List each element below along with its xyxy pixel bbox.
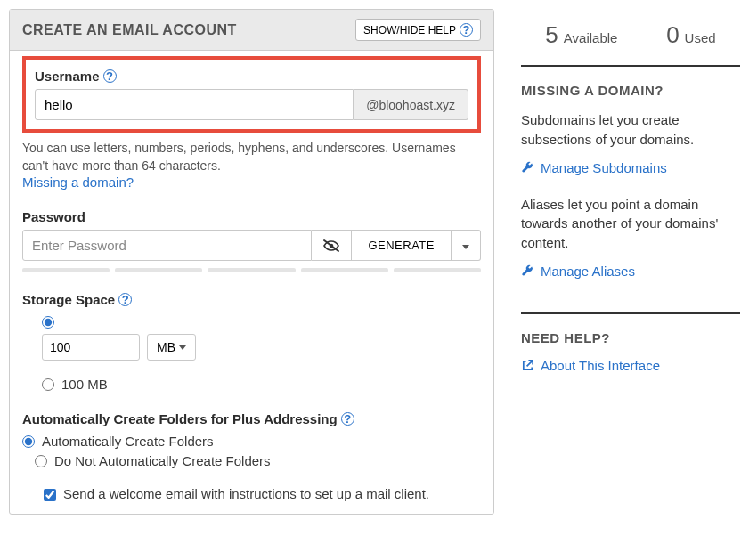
eye-slash-icon <box>322 239 340 253</box>
username-input-group: @bloohoast.xyz <box>35 89 468 120</box>
info-icon[interactable]: ? <box>118 293 132 306</box>
strength-bar <box>301 268 388 272</box>
storage-fixed-radio[interactable] <box>42 378 54 391</box>
panel-body: Username ? @bloohoast.xyz You can use le… <box>10 56 493 514</box>
folder-auto-label: Automatically Create Folders <box>42 434 214 449</box>
chevron-down-icon <box>462 245 469 249</box>
need-help-heading: NEED HELP? <box>521 330 740 345</box>
folder-noauto-label: Do Not Automatically Create Folders <box>54 453 271 468</box>
about-interface-label: About This Interface <box>541 358 660 373</box>
strength-bar <box>22 268 110 272</box>
storage-label: Storage Space <box>22 292 115 307</box>
help-button-label: SHOW/HIDE HELP <box>363 24 456 37</box>
missing-domain-section: MISSING A DOMAIN? Subdomains let you cre… <box>521 67 740 314</box>
available-count: 5 <box>545 21 558 49</box>
welcome-email-checkbox[interactable] <box>44 489 56 501</box>
about-interface-link[interactable]: About This Interface <box>521 358 660 373</box>
username-help-text: You can use letters, numbers, periods, h… <box>22 140 481 174</box>
storage-unit-select[interactable]: MB <box>147 334 196 361</box>
folder-auto-radio[interactable] <box>22 435 35 448</box>
generate-password-button[interactable]: GENERATE <box>352 230 452 261</box>
strength-bar <box>208 268 295 272</box>
manage-aliases-link[interactable]: Manage Aliases <box>521 264 635 279</box>
storage-custom-radio[interactable] <box>42 316 54 329</box>
used-label: Used <box>685 30 716 45</box>
strength-bar <box>394 268 481 272</box>
panel-title: CREATE AN EMAIL ACCOUNT <box>22 22 237 38</box>
sidebar: 5 Available 0 Used MISSING A DOMAIN? Sub… <box>521 9 740 515</box>
wrench-icon <box>521 264 534 278</box>
info-icon[interactable]: ? <box>103 69 117 83</box>
chevron-down-icon <box>179 345 186 350</box>
domain-addon: @bloohoast.xyz <box>354 89 468 120</box>
password-label: Password <box>22 209 481 224</box>
folder-noauto-row: Do Not Automatically Create Folders <box>35 453 481 468</box>
folders-label-row: Automatically Create Folders for Plus Ad… <box>22 411 481 426</box>
missing-domain-link[interactable]: Missing a domain? <box>22 174 134 190</box>
need-help-section: NEED HELP? About This Interface <box>521 314 740 396</box>
strength-bar <box>115 268 202 272</box>
username-highlight: Username ? @bloohoast.xyz <box>22 56 481 133</box>
welcome-email-row: Send a welcome email with instructions t… <box>44 486 481 501</box>
stat-available: 5 Available <box>545 21 617 49</box>
folder-noauto-radio[interactable] <box>35 455 47 467</box>
wrench-icon <box>521 161 534 174</box>
welcome-email-label: Send a welcome email with instructions t… <box>63 486 429 501</box>
storage-amount-input[interactable] <box>42 334 140 361</box>
stat-used: 0 Used <box>666 21 716 49</box>
create-email-panel: CREATE AN EMAIL ACCOUNT SHOW/HIDE HELP ?… <box>9 9 494 515</box>
subdomain-text: Subdomains let you create subsections of… <box>521 110 740 150</box>
storage-options: MB 100 MB <box>22 316 481 392</box>
available-label: Available <box>564 30 618 45</box>
missing-domain-heading: MISSING A DOMAIN? <box>521 83 740 98</box>
username-label-row: Username ? <box>35 69 468 84</box>
folder-options: Automatically Create Folders Do Not Auto… <box>22 434 481 468</box>
username-input[interactable] <box>35 89 354 120</box>
show-hide-help-button[interactable]: SHOW/HIDE HELP ? <box>355 19 481 41</box>
password-input-group: GENERATE <box>22 230 481 261</box>
used-count: 0 <box>666 21 679 49</box>
svg-point-0 <box>330 243 334 248</box>
storage-fixed-label: 100 MB <box>61 377 108 392</box>
folder-auto-row: Automatically Create Folders <box>22 434 481 449</box>
manage-subdomains-label: Manage Subdomains <box>541 160 667 175</box>
password-section: Password GENERATE <box>22 209 481 272</box>
storage-custom-row <box>42 316 481 329</box>
folders-section: Automatically Create Folders for Plus Ad… <box>22 411 481 501</box>
storage-label-row: Storage Space ? <box>22 292 481 307</box>
password-options-dropdown[interactable] <box>452 230 481 261</box>
manage-subdomains-link[interactable]: Manage Subdomains <box>521 160 667 175</box>
panel-header: CREATE AN EMAIL ACCOUNT SHOW/HIDE HELP ? <box>10 10 493 51</box>
storage-fixed-row: 100 MB <box>42 377 481 392</box>
alias-text: Aliases let you point a domain towards a… <box>521 195 740 253</box>
password-strength-meter <box>22 268 481 272</box>
username-label: Username <box>35 69 100 84</box>
toggle-password-visibility-button[interactable] <box>312 230 352 261</box>
manage-aliases-label: Manage Aliases <box>541 264 635 279</box>
password-input[interactable] <box>22 230 312 261</box>
external-link-icon <box>521 359 534 372</box>
help-icon: ? <box>460 23 473 37</box>
folders-label: Automatically Create Folders for Plus Ad… <box>22 411 338 426</box>
storage-custom-controls: MB <box>42 334 481 361</box>
storage-section: Storage Space ? MB <box>22 292 481 392</box>
storage-unit-label: MB <box>157 340 175 354</box>
stats-row: 5 Available 0 Used <box>521 9 740 67</box>
info-icon[interactable]: ? <box>341 412 354 426</box>
